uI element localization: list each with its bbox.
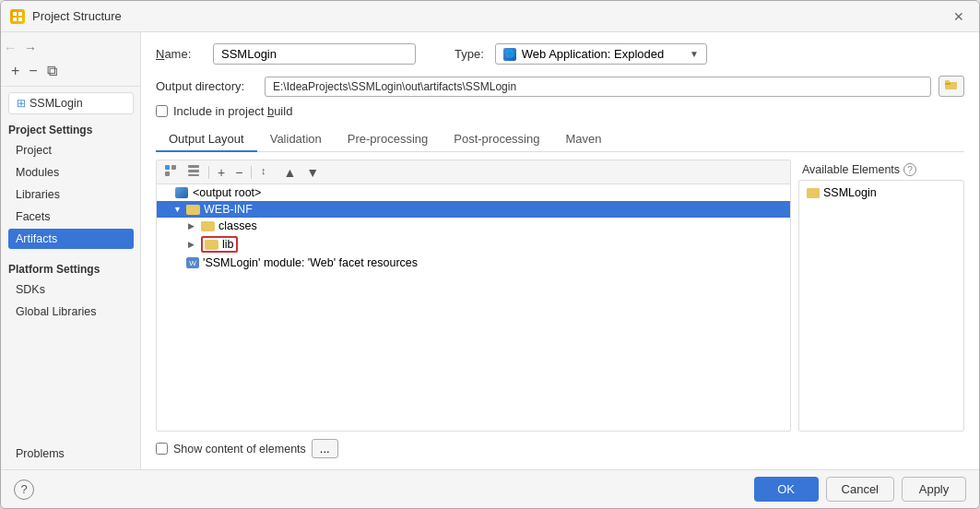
tree-view-btn[interactable]: [183, 163, 204, 181]
avail-item-ssm-login[interactable]: SSMLogin: [803, 184, 960, 201]
tree-panel: + − ↕ ▲ ▼ <output r: [156, 160, 791, 432]
tabs-bar: Output Layout Validation Pre-processing …: [156, 127, 964, 152]
svg-rect-2: [13, 18, 17, 21]
sidebar: ← → + − ⧉ ⊞ SSMLogin Project Settings Pr…: [1, 32, 141, 469]
lib-box: lib: [201, 236, 238, 253]
svg-rect-6: [945, 80, 950, 83]
folder-icon-lib: [205, 240, 218, 250]
ok-button[interactable]: OK: [754, 477, 819, 502]
tree-up-btn[interactable]: ▲: [279, 164, 300, 181]
browse-folder-button[interactable]: [939, 76, 964, 97]
type-label: Type:: [455, 47, 484, 61]
svg-text:↕: ↕: [261, 165, 266, 176]
tree-item-classes-label: classes: [218, 219, 257, 232]
sidebar-item-project-label: Project: [16, 144, 52, 157]
tree-item-web-inf-label: WEB-INF: [204, 203, 253, 216]
svg-rect-11: [188, 170, 199, 172]
tab-output-layout[interactable]: Output Layout: [156, 127, 257, 152]
avail-item-ssm-login-label: SSMLogin: [823, 186, 877, 199]
sidebar-item-artifacts[interactable]: Artifacts: [8, 229, 134, 249]
ellipsis-button[interactable]: ...: [312, 439, 338, 458]
project-settings-header: Project Settings: [1, 116, 140, 139]
titlebar: Project Structure ✕: [1, 1, 979, 32]
tab-pre-processing[interactable]: Pre-processing: [335, 127, 441, 152]
sidebar-bottom: Problems: [1, 438, 140, 469]
sidebar-item-libraries[interactable]: Libraries: [8, 184, 134, 205]
tab-validation[interactable]: Validation: [257, 127, 335, 152]
footer-buttons: OK Cancel Apply: [754, 477, 966, 502]
output-dir-input[interactable]: [265, 77, 931, 97]
app-icon: [10, 9, 25, 24]
sidebar-item-sdks[interactable]: SDKs: [8, 279, 134, 300]
artifact-item-label: SSMLogin: [30, 97, 83, 110]
folder-icon-web-inf: [186, 205, 200, 215]
web-resource-icon: W: [186, 257, 199, 268]
expand-arrow-lib: ▶: [188, 240, 199, 249]
sidebar-item-libraries-label: Libraries: [16, 188, 60, 201]
artifact-item[interactable]: ⊞ SSMLogin: [8, 92, 134, 114]
sidebar-item-sdks-label: SDKs: [16, 283, 45, 296]
svg-rect-1: [18, 12, 22, 16]
tree-sort-btn[interactable]: ↕: [256, 163, 277, 181]
add-artifact-btn[interactable]: +: [8, 62, 22, 80]
cancel-button[interactable]: Cancel: [826, 477, 894, 502]
sidebar-item-global-libraries[interactable]: Global Libraries: [8, 302, 134, 322]
tree-down-btn[interactable]: ▼: [302, 164, 323, 181]
close-button[interactable]: ✕: [948, 7, 970, 26]
svg-rect-0: [13, 12, 17, 16]
expand-arrow-classes: ▶: [188, 221, 199, 231]
main-content: ← → + − ⧉ ⊞ SSMLogin Project Settings Pr…: [1, 32, 979, 469]
name-type-row: Name: Type: 🌐 Web Application: Exploded …: [156, 43, 964, 65]
name-label: Name:: [156, 47, 202, 61]
type-value: Web Application: Exploded: [522, 47, 664, 61]
copy-artifact-btn[interactable]: ⧉: [44, 62, 60, 80]
output-dir-row: Output directory:: [156, 76, 964, 97]
apply-button[interactable]: Apply: [902, 477, 966, 502]
available-elements-header: Available Elements ?: [798, 160, 964, 180]
tree-add-btn[interactable]: +: [214, 164, 229, 181]
split-panel: + − ↕ ▲ ▼ <output r: [156, 160, 964, 432]
back-arrow[interactable]: ←: [1, 40, 19, 56]
window-title: Project Structure: [32, 9, 948, 23]
project-structure-dialog: Project Structure ✕ ← → + − ⧉ ⊞ SSMLogin…: [0, 0, 980, 509]
tree-item-web-inf[interactable]: ▼ WEB-INF: [157, 201, 790, 218]
available-elements-panel: Available Elements ? SSMLogin: [798, 160, 964, 432]
tree-item-output-root-label: <output root>: [193, 186, 261, 199]
sidebar-item-project[interactable]: Project: [8, 140, 134, 160]
type-dropdown[interactable]: 🌐 Web Application: Exploded ▼: [495, 43, 707, 65]
svg-rect-3: [18, 18, 22, 21]
sidebar-item-problems[interactable]: Problems: [8, 444, 133, 464]
root-icon: [175, 187, 188, 198]
sidebar-item-problems-label: Problems: [16, 447, 65, 460]
sidebar-item-global-libraries-label: Global Libraries: [16, 305, 97, 318]
avail-folder-icon: [807, 188, 820, 198]
type-icon: 🌐: [503, 48, 516, 61]
available-elements-body: SSMLogin: [798, 180, 964, 432]
forward-arrow[interactable]: →: [21, 40, 40, 56]
platform-settings-header: Platform Settings: [1, 255, 140, 278]
tree-item-lib-label: lib: [222, 238, 234, 251]
tree-item-ssm-module[interactable]: W 'SSMLogin' module: 'Web' facet resourc…: [157, 254, 790, 271]
include-build-row: Include in project build: [156, 104, 964, 118]
svg-rect-8: [165, 172, 170, 176]
include-build-checkbox[interactable]: [156, 105, 168, 117]
help-icon[interactable]: ?: [903, 163, 916, 176]
remove-artifact-btn[interactable]: −: [26, 62, 40, 80]
sidebar-item-modules[interactable]: Modules: [8, 162, 134, 183]
tree-item-classes[interactable]: ▶ classes: [157, 218, 790, 234]
help-button[interactable]: ?: [14, 479, 34, 500]
sidebar-item-facets[interactable]: Facets: [8, 207, 134, 227]
tab-maven[interactable]: Maven: [552, 127, 614, 152]
sidebar-item-facets-label: Facets: [16, 210, 51, 223]
bottom-row: Show content of elements ...: [156, 439, 964, 458]
tree-item-output-root[interactable]: <output root>: [157, 184, 790, 201]
tree-remove-btn[interactable]: −: [231, 164, 246, 181]
tab-post-processing[interactable]: Post-processing: [441, 127, 552, 152]
tree-item-lib[interactable]: ▶ lib: [157, 234, 790, 254]
tree-move-to-root-btn[interactable]: [160, 163, 181, 181]
show-content-checkbox[interactable]: [156, 443, 168, 455]
name-input[interactable]: [213, 43, 416, 65]
show-content-label: Show content of elements: [173, 443, 306, 456]
folder-open-icon: [945, 79, 958, 90]
tree-body: <output root> ▼ WEB-INF ▶ classes: [157, 184, 790, 431]
